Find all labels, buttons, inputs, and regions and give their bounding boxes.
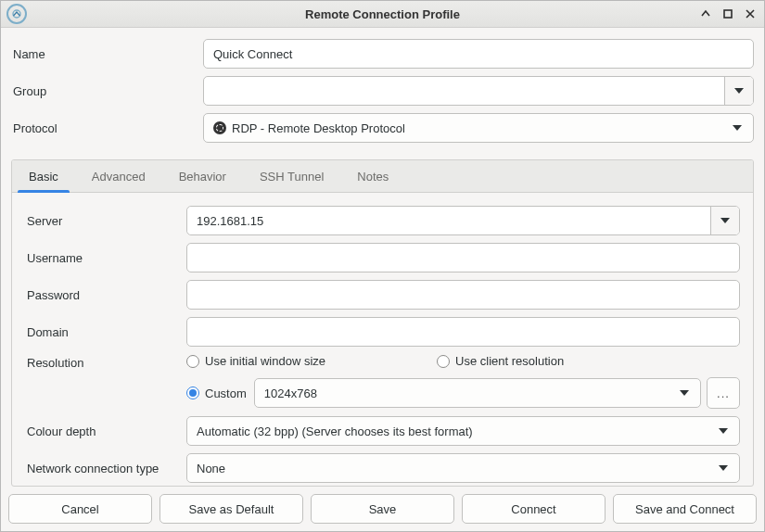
content: Name Group Protocol RDP - Remote Desktop… — [1, 28, 764, 487]
protocol-value: RDP - Remote Desktop Protocol — [232, 121, 405, 135]
server-input[interactable] — [187, 207, 710, 234]
protocol-value-wrap: RDP - Remote Desktop Protocol — [204, 121, 733, 135]
resolution-row2: Custom 1024x768 ... — [186, 377, 740, 409]
colour-label: Colour depth — [25, 424, 186, 438]
resolution-value: 1024x768 — [255, 386, 680, 400]
resolution-options: Use initial window size Use client resol… — [186, 354, 740, 409]
username-label: Username — [25, 251, 186, 265]
server-combo[interactable] — [186, 206, 740, 235]
tab-basic[interactable]: Basic — [12, 160, 75, 192]
row-server: Server — [25, 206, 740, 235]
window-title: Remote Connection Profile — [1, 7, 764, 21]
radio-initial-label: Use initial window size — [205, 354, 325, 368]
resolution-label: Resolution — [25, 354, 186, 370]
tab-notes[interactable]: Notes — [340, 160, 405, 192]
actionbar: Cancel Save as Default Save Connect Save… — [1, 487, 764, 531]
name-input[interactable] — [203, 39, 754, 69]
rdp-icon — [213, 121, 226, 134]
row-protocol: Protocol RDP - Remote Desktop Protocol — [11, 113, 754, 143]
save-connect-button[interactable]: Save and Connect — [613, 494, 757, 524]
cancel-button[interactable]: Cancel — [8, 494, 152, 524]
window: Remote Connection Profile Name Group Pro… — [0, 0, 765, 532]
chevron-down-icon — [733, 125, 742, 131]
notebook: Basic Advanced Behavior SSH Tunnel Notes… — [11, 159, 754, 487]
domain-label: Domain — [25, 325, 186, 339]
group-combo[interactable] — [203, 76, 754, 106]
radio-icon — [437, 355, 450, 368]
save-default-button[interactable]: Save as Default — [159, 494, 303, 524]
tab-advanced[interactable]: Advanced — [75, 160, 162, 192]
app-icon — [6, 4, 27, 24]
radio-client[interactable]: Use client resolution — [437, 354, 564, 368]
radio-initial[interactable]: Use initial window size — [186, 354, 325, 368]
chevron-down-icon — [719, 465, 728, 471]
network-combo[interactable]: None — [186, 453, 740, 483]
row-password: Password — [25, 280, 740, 310]
group-dropdown-button[interactable] — [724, 77, 753, 105]
password-input[interactable] — [186, 280, 740, 310]
radio-icon — [186, 386, 199, 399]
row-name: Name — [11, 39, 754, 69]
chevron-down-icon — [680, 390, 689, 396]
tab-behavior[interactable]: Behavior — [162, 160, 243, 192]
chevron-down-icon — [719, 428, 728, 434]
chevron-down-icon — [720, 218, 730, 223]
resolution-row1: Use initial window size Use client resol… — [186, 354, 740, 368]
close-icon[interactable] — [744, 7, 757, 20]
domain-input[interactable] — [186, 317, 740, 347]
row-network: Network connection type None — [25, 453, 740, 483]
network-value: None — [187, 462, 719, 475]
password-label: Password — [25, 288, 186, 302]
window-buttons — [699, 7, 757, 20]
colour-combo[interactable]: Automatic (32 bpp) (Server chooses its b… — [186, 416, 740, 446]
protocol-combo[interactable]: RDP - Remote Desktop Protocol — [203, 113, 754, 143]
tab-ssh[interactable]: SSH Tunnel — [243, 160, 340, 192]
row-domain: Domain — [25, 317, 740, 347]
rollup-icon[interactable] — [699, 7, 712, 20]
server-label: Server — [25, 214, 186, 228]
save-button[interactable]: Save — [311, 494, 454, 524]
resolution-more-button[interactable]: ... — [707, 377, 740, 409]
svg-rect-1 — [724, 10, 732, 18]
tabpage-basic: Server Username Password — [12, 193, 753, 486]
row-username: Username — [25, 243, 740, 272]
connect-button[interactable]: Connect — [462, 494, 606, 524]
resolution-combo[interactable]: 1024x768 — [254, 378, 701, 408]
row-colour: Colour depth Automatic (32 bpp) (Server … — [25, 416, 740, 446]
radio-icon — [186, 355, 199, 368]
radio-custom-label: Custom — [205, 386, 247, 400]
server-dropdown-button[interactable] — [710, 207, 739, 234]
chevron-down-icon — [734, 88, 744, 94]
radio-client-label: Use client resolution — [455, 354, 564, 368]
titlebar: Remote Connection Profile — [1, 1, 764, 28]
tabbar: Basic Advanced Behavior SSH Tunnel Notes — [12, 160, 753, 193]
network-label: Network connection type — [25, 462, 186, 475]
group-label: Group — [11, 84, 203, 98]
maximize-icon[interactable] — [721, 7, 734, 20]
colour-value: Automatic (32 bpp) (Server chooses its b… — [187, 424, 719, 438]
row-group: Group — [11, 76, 754, 106]
row-resolution: Resolution Use initial window size Use c… — [25, 354, 740, 409]
radio-custom[interactable]: Custom — [186, 386, 247, 400]
name-label: Name — [11, 47, 203, 61]
protocol-label: Protocol — [11, 121, 203, 135]
username-input[interactable] — [186, 243, 740, 272]
